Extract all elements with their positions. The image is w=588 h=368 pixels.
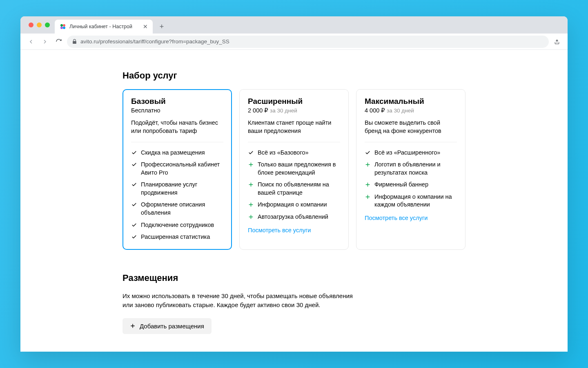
plus-icon [130,323,136,329]
feature-item: Профессиональный кабинет Авито Pro [131,161,223,177]
plus-icon [248,181,254,188]
back-button[interactable] [25,36,37,47]
url-text: avito.ru/professionals/tariff/configure?… [80,38,229,45]
services-section-title: Набор услуг [122,70,466,81]
feature-text: Только ваши предложения в блоке рекоменд… [258,161,340,177]
feature-item: Подключение сотрудников [131,221,223,229]
favicon-icon [60,23,66,30]
plan-description: Подойдёт, чтобы начать бизнес или попроб… [131,119,223,142]
new-tab-button[interactable]: + [156,21,167,32]
lock-icon [72,39,77,44]
feature-item: Расширенная статистика [131,233,223,241]
feature-text: Профессиональный кабинет Авито Pro [141,161,223,177]
plan-price: 4 000 ₽ за 30 дней [365,107,457,114]
feature-item: Автозагрузка объявлений [248,213,340,221]
window-controls [24,16,55,34]
check-icon [365,149,370,156]
feature-item: Оформление описания объвления [131,201,223,217]
plan-title: Максимальный [365,97,457,106]
feature-text: Подключение сотрудников [141,221,214,229]
browser-toolbar: avito.ru/professionals/tariff/configure?… [20,34,568,50]
feature-item: Планирование услуг продвижения [131,181,223,197]
page-content: Набор услуг БазовыйБесплатноПодойдёт, чт… [20,50,568,352]
placements-description: Их можно использовать в течение 30 дней,… [122,292,359,310]
feature-list: Скидка на размещенияПрофессиональный каб… [131,149,223,241]
plus-icon [365,181,370,188]
plan-title: Базовый [131,97,223,106]
view-all-services-link[interactable]: Посмотреть все услуги [248,227,311,233]
feature-text: Поиск по объявлениям на вашей странице [258,181,340,197]
check-icon [131,221,137,229]
plans-row: БазовыйБесплатноПодойдёт, чтобы начать б… [122,89,466,250]
feature-text: Расширенная статистика [141,233,210,241]
reload-button[interactable] [53,36,65,47]
feature-text: Всё из «Базового» [258,149,309,157]
close-tab-button[interactable]: ✕ [143,23,148,30]
close-window-button[interactable] [29,22,33,27]
svg-point-0 [60,24,63,27]
feature-text: Логотип в объявлении и результатах поиск… [374,161,457,177]
plus-icon [248,161,254,168]
feature-text: Скидка на размещения [141,149,205,157]
plan-price: 2 000 ₽ за 30 дней [248,107,340,114]
svg-point-3 [63,27,65,29]
feature-item: Скидка на размещения [131,149,223,157]
share-button[interactable] [551,36,563,47]
check-icon [131,181,137,188]
feature-item: Фирменный баннер [365,181,457,189]
plus-icon [248,201,254,208]
feature-text: Фирменный баннер [374,181,428,189]
check-icon [131,161,137,168]
check-icon [131,233,137,240]
feature-list: Всё из «Базового»Только ваши предложения… [248,149,340,221]
plan-title: Расширенный [248,97,340,106]
feature-text: Планирование услуг продвижения [141,181,223,197]
feature-text: Информация о компании на каждом объявлен… [374,193,457,209]
tab-title: Личный кабинет - Настрой [69,24,132,29]
svg-point-1 [63,24,65,27]
browser-tab[interactable]: Личный кабинет - Настрой ✕ [55,20,153,34]
feature-item: Информация о компании [248,201,340,209]
feature-text: Информация о компании [258,201,327,209]
feature-item: Только ваши предложения в блоке рекоменд… [248,161,340,177]
plan-card-2[interactable]: Максимальный4 000 ₽ за 30 днейВы сможете… [356,89,466,250]
plan-card-0[interactable]: БазовыйБесплатноПодойдёт, чтобы начать б… [122,89,232,250]
feature-text: Всё из «Расширенного» [374,149,440,157]
check-icon [131,149,137,156]
browser-tabs-bar: Личный кабинет - Настрой ✕ + [20,16,568,34]
plan-card-1[interactable]: Расширенный2 000 ₽ за 30 днейКлиентам ст… [239,89,349,250]
svg-point-2 [60,27,63,29]
check-icon [131,201,137,208]
feature-item: Поиск по объявлениям на вашей странице [248,181,340,197]
feature-text: Автозагрузка объявлений [258,213,328,221]
plan-description: Клиентам станет проще найти ваши предлож… [248,119,340,142]
plus-icon [365,193,370,200]
feature-item: Логотип в объявлении и результатах поиск… [365,161,457,177]
plan-description: Вы сможете выделить свой бренд на фоне к… [365,119,457,142]
feature-item: Всё из «Расширенного» [365,149,457,157]
maximize-window-button[interactable] [45,22,50,27]
add-placements-label: Добавить размещения [140,323,204,330]
feature-list: Всё из «Расширенного»Логотип в объявлени… [365,149,457,209]
view-all-services-link[interactable]: Посмотреть все услуги [365,215,428,221]
plan-price: Бесплатно [131,107,223,114]
add-placements-button[interactable]: Добавить размещения [122,318,212,334]
placements-section-title: Размещения [122,273,466,283]
feature-item: Информация о компании на каждом объявлен… [365,193,457,209]
forward-button[interactable] [39,36,51,47]
browser-window: Личный кабинет - Настрой ✕ + avito.ru/pr… [20,16,568,352]
address-bar[interactable]: avito.ru/professionals/tariff/configure?… [67,36,549,48]
minimize-window-button[interactable] [37,22,42,27]
check-icon [248,149,254,156]
plus-icon [365,161,370,168]
feature-item: Всё из «Базового» [248,149,340,157]
feature-text: Оформление описания объвления [141,201,223,217]
plus-icon [248,213,254,220]
